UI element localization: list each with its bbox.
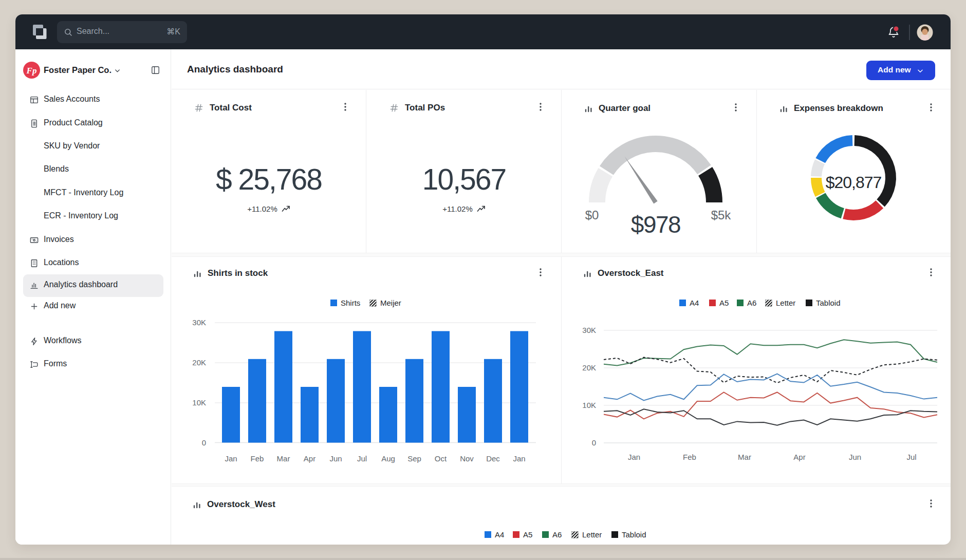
svg-text:Feb: Feb [251, 454, 264, 463]
svg-text:10K: 10K [582, 401, 596, 409]
svg-text:Fp: Fp [26, 66, 37, 76]
svg-text:Nov: Nov [460, 454, 474, 463]
svg-text:Feb: Feb [683, 453, 696, 461]
svg-text:Jan: Jan [628, 453, 640, 461]
svg-text:30K: 30K [582, 326, 596, 334]
svg-text:Apr: Apr [793, 453, 805, 461]
svg-text:Jan: Jan [513, 454, 525, 463]
svg-text:0: 0 [202, 438, 206, 447]
svg-text:20K: 20K [582, 363, 596, 372]
svg-text:10K: 10K [192, 398, 206, 407]
svg-text:Sep: Sep [407, 454, 421, 463]
svg-text:Jul: Jul [357, 454, 367, 463]
svg-text:20K: 20K [192, 358, 206, 367]
svg-text:Jun: Jun [329, 454, 342, 463]
svg-text:Jan: Jan [225, 454, 237, 463]
svg-text:Oct: Oct [435, 454, 447, 463]
svg-text:Mar: Mar [738, 453, 751, 461]
svg-text:Jun: Jun [849, 453, 861, 461]
svg-text:30K: 30K [192, 318, 206, 327]
svg-text:Dec: Dec [486, 454, 500, 463]
svg-text:Apr: Apr [304, 454, 315, 463]
svg-text:Aug: Aug [381, 454, 395, 463]
svg-text:Mar: Mar [277, 454, 290, 463]
svg-text:0: 0 [592, 438, 596, 447]
svg-text:Jul: Jul [906, 453, 916, 461]
